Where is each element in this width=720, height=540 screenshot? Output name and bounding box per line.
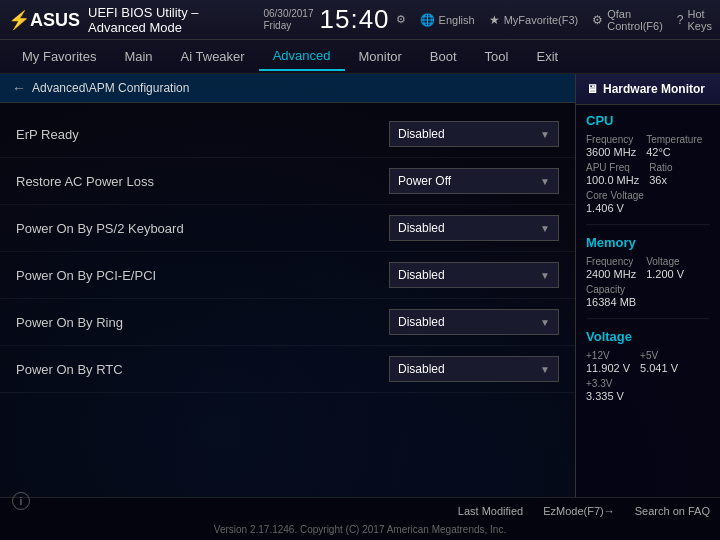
ez-mode-btn[interactable]: EzMode(F7)→ [543,505,615,517]
date-display: 06/30/2017 Friday [263,8,313,32]
voltage-section-title: Voltage [586,329,710,344]
cpu-freq-temp-row: Frequency 3600 MHz Temperature 42°C [586,134,710,158]
restore-ac-arrow-icon: ▼ [540,176,550,187]
nav-my-favorites[interactable]: My Favorites [8,43,110,70]
footer: Last Modified EzMode(F7)→ Search on FAQ … [0,497,720,540]
cpu-memory-divider [586,224,710,225]
volt-33v-col: +3.3V 3.335 V [586,378,710,402]
datetime-area: 06/30/2017 Friday 15:40 ⚙ [263,4,405,35]
cpu-ratio-col: Ratio 36x [649,162,672,186]
language-selector[interactable]: 🌐 English [420,13,475,27]
erp-ready-value: Disabled [398,127,445,141]
restore-ac-label: Restore AC Power Loss [16,174,389,189]
info-icon[interactable]: i [12,492,30,497]
nav-bar: My Favorites Main Ai Tweaker Advanced Mo… [0,40,720,74]
hw-monitor-icon: 🖥 [586,82,598,96]
time-settings-icon[interactable]: ⚙ [396,13,406,26]
nav-ai-tweaker[interactable]: Ai Tweaker [167,43,259,70]
fan-icon: ⚙ [592,13,603,27]
my-favorites-btn[interactable]: ★ MyFavorite(F3) [489,13,579,27]
ring-dropdown[interactable]: Disabled ▼ [389,309,559,335]
setting-pcie-pci: Power On By PCI-E/PCI Disabled ▼ [0,252,575,299]
ps2-keyboard-value: Disabled [398,221,445,235]
volt-33v-label: +3.3V [586,378,710,389]
cpu-section: CPU Frequency 3600 MHz Temperature 42°C … [576,105,720,222]
ps2-keyboard-label: Power On By PS/2 Keyboard [16,221,389,236]
mem-freq-col: Frequency 2400 MHz [586,256,636,280]
memory-section-title: Memory [586,235,710,250]
rtc-dropdown[interactable]: Disabled ▼ [389,356,559,382]
volt-12v-col: +12V 11.902 V [586,350,630,374]
nav-main[interactable]: Main [110,43,166,70]
back-arrow-icon[interactable]: ← [12,80,26,96]
breadcrumb-path: Advanced\APM Configuration [32,81,189,95]
cpu-ratio-label: Ratio [649,162,672,173]
cpu-apufreq-label: APU Freq [586,162,639,173]
pcie-pci-label: Power On By PCI-E/PCI [16,268,389,283]
volt-33v-value: 3.335 V [586,390,710,402]
ring-label: Power On By Ring [16,315,389,330]
pcie-pci-dropdown[interactable]: Disabled ▼ [389,262,559,288]
search-faq-btn[interactable]: Search on FAQ [635,505,710,517]
cpu-apufreq-col: APU Freq 100.0 MHz [586,162,639,186]
setting-restore-ac: Restore AC Power Loss Power Off ▼ [0,158,575,205]
nav-tool[interactable]: Tool [471,43,523,70]
pcie-pci-value: Disabled [398,268,445,282]
volt-5v-value: 5.041 V [640,362,678,374]
cpu-apufreq-value: 100.0 MHz [586,174,639,186]
ring-arrow-icon: ▼ [540,317,550,328]
logo-area: ⚡ASUS UEFI BIOS Utility – Advanced Mode [8,5,253,35]
hw-monitor-title: 🖥 Hardware Monitor [576,74,720,105]
volt-5v-col: +5V 5.041 V [640,350,678,374]
cpu-freq-label: Frequency [586,134,636,145]
nav-exit[interactable]: Exit [522,43,572,70]
ps2-keyboard-arrow-icon: ▼ [540,223,550,234]
settings-list: ErP Ready Disabled ▼ Restore AC Power Lo… [0,103,575,401]
pcie-pci-arrow-icon: ▼ [540,270,550,281]
volt-5v-label: +5V [640,350,678,361]
footer-actions: Last Modified EzMode(F7)→ Search on FAQ [10,501,710,521]
mem-capacity-label: Capacity [586,284,710,295]
nav-boot[interactable]: Boot [416,43,471,70]
cpu-core-voltage-value: 1.406 V [586,202,710,214]
memory-section: Memory Frequency 2400 MHz Voltage 1.200 … [576,227,720,316]
ring-value: Disabled [398,315,445,329]
cpu-apufreq-ratio-row: APU Freq 100.0 MHz Ratio 36x [586,162,710,186]
bios-title: UEFI BIOS Utility – Advanced Mode [88,5,253,35]
qfan-btn[interactable]: ⚙ Qfan Control(F6) [592,8,663,32]
ps2-keyboard-dropdown[interactable]: Disabled ▼ [389,215,559,241]
last-modified-btn[interactable]: Last Modified [458,505,523,517]
cpu-freq-col: Frequency 3600 MHz [586,134,636,158]
cpu-ratio-value: 36x [649,174,672,186]
cpu-section-title: CPU [586,113,710,128]
cpu-temp-col: Temperature 42°C [646,134,702,158]
erp-ready-dropdown[interactable]: Disabled ▼ [389,121,559,147]
mem-capacity-value: 16384 MB [586,296,710,308]
nav-monitor[interactable]: Monitor [345,43,416,70]
rtc-label: Power On By RTC [16,362,389,377]
volt-12v-value: 11.902 V [586,362,630,374]
mem-volt-value: 1.200 V [646,268,684,280]
mem-freq-label: Frequency [586,256,636,267]
hardware-monitor-panel: 🖥 Hardware Monitor CPU Frequency 3600 MH… [575,74,720,497]
mem-capacity-col: Capacity 16384 MB [586,284,710,308]
time-display: 15:40 [320,4,390,35]
volt-12v-label: +12V [586,350,630,361]
mem-freq-value: 2400 MHz [586,268,636,280]
cpu-core-voltage-label: Core Voltage [586,190,710,201]
cpu-freq-value: 3600 MHz [586,146,636,158]
memory-voltage-divider [586,318,710,319]
breadcrumb: ← Advanced\APM Configuration [0,74,575,103]
hotkeys-icon: ? [677,13,684,27]
hotkeys-btn[interactable]: ? Hot Keys [677,8,712,32]
setting-ps2-keyboard: Power On By PS/2 Keyboard Disabled ▼ [0,205,575,252]
favorites-icon: ★ [489,13,500,27]
erp-ready-arrow-icon: ▼ [540,129,550,140]
rtc-value: Disabled [398,362,445,376]
rtc-arrow-icon: ▼ [540,364,550,375]
restore-ac-dropdown[interactable]: Power Off ▼ [389,168,559,194]
nav-advanced[interactable]: Advanced [259,42,345,71]
language-icon: 🌐 [420,13,435,27]
mem-freq-volt-row: Frequency 2400 MHz Voltage 1.200 V [586,256,710,280]
restore-ac-value: Power Off [398,174,451,188]
